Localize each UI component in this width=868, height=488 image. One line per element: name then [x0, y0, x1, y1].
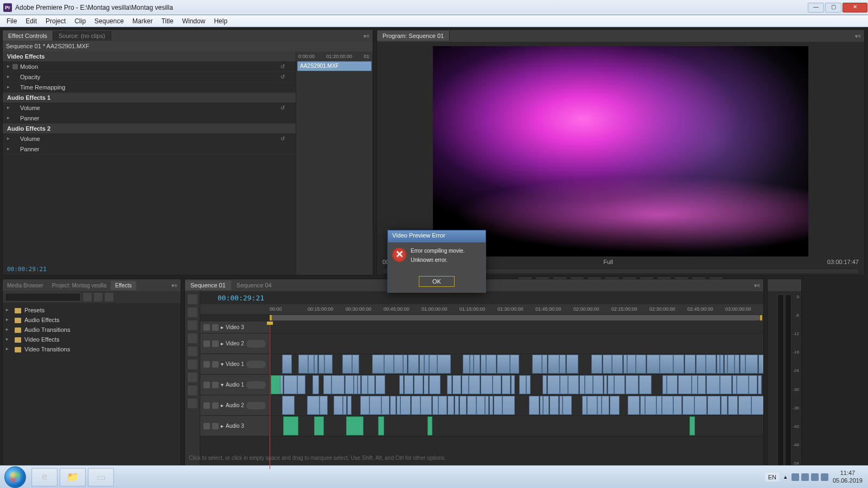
timeline-clip[interactable] — [560, 375, 567, 394]
timeline-clip[interactable] — [494, 396, 502, 415]
timeline-clip[interactable] — [673, 355, 684, 374]
timeline-clip[interactable] — [403, 355, 407, 374]
timeline-clip[interactable] — [462, 375, 469, 394]
timeline-clip[interactable] — [758, 375, 762, 394]
timeline-clip[interactable] — [318, 355, 324, 374]
fx-filter-icon[interactable] — [83, 293, 92, 301]
timeline-clip[interactable] — [532, 355, 542, 374]
timeline-clip[interactable] — [485, 396, 489, 415]
timeline-clip[interactable] — [352, 355, 359, 374]
timeline-clip[interactable] — [745, 355, 758, 374]
program-monitor-viewer[interactable] — [433, 46, 808, 256]
timeline-clip[interactable] — [452, 375, 461, 394]
window-minimize-button[interactable]: — — [808, 3, 824, 12]
timeline-clip[interactable] — [324, 355, 333, 374]
timeline-clip[interactable] — [639, 375, 652, 394]
effect-controls-ruler[interactable]: 0:00:00 01:20:00:00 01: — [296, 52, 373, 61]
toggle-track-output-icon[interactable] — [203, 324, 210, 331]
timeline-clip[interactable] — [559, 396, 563, 415]
timeline-clip[interactable] — [404, 375, 414, 394]
track-content[interactable] — [270, 395, 763, 415]
timeline-clip[interactable] — [308, 355, 314, 374]
timeline-clip[interactable] — [563, 396, 571, 415]
timeline-clip[interactable] — [696, 355, 706, 374]
effect-volume-1[interactable]: ▸Volume↺ — [3, 103, 296, 113]
timeline-clip[interactable] — [749, 375, 757, 394]
menu-help[interactable]: Help — [209, 16, 232, 26]
timeline-clip[interactable] — [720, 375, 732, 394]
panel-menu-icon[interactable]: ▾≡ — [754, 282, 760, 288]
timeline-clip[interactable] — [542, 375, 547, 394]
timeline-clip[interactable] — [540, 396, 543, 415]
timeline-clip[interactable] — [662, 375, 667, 394]
timeline-clip[interactable] — [559, 355, 566, 374]
timeline-clip[interactable] — [437, 355, 451, 374]
timeline-clip[interactable] — [640, 396, 645, 415]
timeline-ruler[interactable]: 00:0000:15:00:0000:30:00:0000:45:00:0001… — [200, 304, 763, 314]
menu-project[interactable]: Project — [41, 16, 70, 26]
fx-32bit-icon[interactable] — [94, 293, 103, 301]
timeline-clip[interactable] — [647, 355, 660, 374]
timeline-clip[interactable] — [694, 396, 707, 415]
track-style-icon[interactable] — [246, 340, 266, 348]
folder-video-transitions[interactable]: Video Transitions — [3, 344, 181, 354]
timeline-clip[interactable] — [476, 396, 484, 415]
effect-panner-2[interactable]: ▸Panner — [3, 144, 296, 155]
toggle-sync-lock-icon[interactable] — [212, 423, 219, 429]
timeline-clip[interactable] — [548, 355, 559, 374]
timeline-clip[interactable] — [384, 355, 393, 374]
selection-tool-icon[interactable] — [188, 294, 197, 304]
taskbar-clock[interactable]: 11:47 05.06.2019 — [833, 470, 863, 484]
dialog-ok-button[interactable]: OK — [419, 276, 455, 287]
timeline-clip[interactable] — [323, 375, 331, 394]
folder-video-effects[interactable]: Video Effects — [3, 335, 181, 344]
timeline-clip[interactable] — [660, 355, 673, 374]
timeline-clip[interactable] — [360, 396, 369, 415]
timeline-clip[interactable] — [469, 375, 480, 394]
folder-audio-effects[interactable]: Audio Effects — [3, 315, 181, 325]
timeline-clip[interactable] — [429, 375, 441, 394]
toggle-track-output-icon[interactable] — [203, 361, 210, 368]
timeline-clip[interactable] — [298, 355, 308, 374]
timeline-clip[interactable] — [737, 375, 749, 394]
language-indicator[interactable]: EN — [765, 473, 780, 481]
tray-icon[interactable] — [792, 473, 799, 481]
zoom-tool-icon[interactable] — [188, 399, 197, 408]
timeline-clip[interactable] — [628, 396, 640, 415]
track-select-tool-icon[interactable] — [188, 307, 197, 317]
timeline-clip[interactable] — [673, 396, 682, 415]
timeline-clip[interactable] — [706, 355, 716, 374]
timeline-tab-seq01[interactable]: Sequence 01 — [185, 280, 231, 290]
timeline-clip[interactable] — [502, 396, 514, 415]
hand-tool-icon[interactable] — [188, 386, 197, 395]
tab-effect-controls[interactable]: Effect Controls — [3, 31, 53, 41]
fx-yuv-icon[interactable] — [105, 293, 113, 301]
timeline-clip[interactable] — [438, 396, 447, 415]
timeline-clip[interactable] — [597, 396, 601, 415]
timeline-clip[interactable] — [678, 375, 692, 394]
pen-tool-icon[interactable] — [188, 373, 197, 382]
toggle-track-output-icon[interactable] — [203, 423, 210, 429]
track-style-icon[interactable] — [246, 402, 266, 409]
menu-clip[interactable]: Clip — [70, 16, 90, 26]
timeline-clip[interactable] — [667, 375, 678, 394]
timeline-clip[interactable] — [602, 396, 609, 415]
timeline-clip[interactable] — [284, 375, 297, 394]
timeline-clip[interactable] — [271, 375, 280, 394]
timeline-tab-seq04[interactable]: Sequence 04 — [231, 280, 277, 290]
rate-stretch-tool-icon[interactable] — [188, 333, 197, 343]
timeline-clip[interactable] — [448, 396, 454, 415]
effect-controls-timecode[interactable]: 00:00:29:21 — [7, 266, 47, 273]
timeline-playhead[interactable] — [270, 322, 270, 469]
timeline-clip[interactable] — [690, 416, 695, 435]
timeline-clip[interactable] — [420, 396, 432, 415]
timeline-clip[interactable] — [542, 355, 547, 374]
timeline-clip[interactable] — [604, 375, 608, 394]
window-close-button[interactable]: ✕ — [843, 3, 867, 12]
timeline-clip[interactable] — [626, 375, 639, 394]
toggle-sync-lock-icon[interactable] — [212, 341, 219, 347]
timeline-clip[interactable] — [282, 355, 292, 374]
slip-tool-icon[interactable] — [188, 359, 197, 369]
effect-panner-1[interactable]: ▸Panner — [3, 113, 296, 124]
timeline-clip[interactable] — [608, 375, 614, 394]
